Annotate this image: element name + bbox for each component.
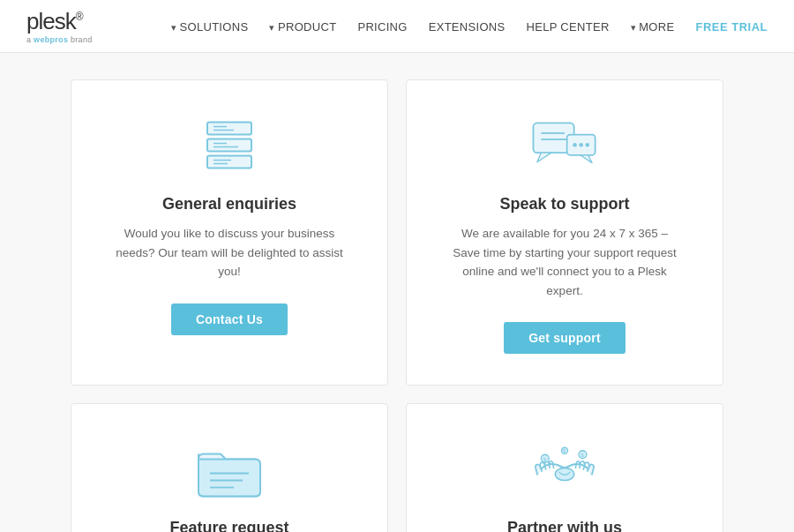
nav-link-help[interactable]: HELP CENTER bbox=[526, 20, 609, 34]
nav-link-pricing[interactable]: PRICING bbox=[357, 20, 407, 34]
svg-marker-10 bbox=[537, 153, 551, 162]
card-feature-request: Feature request Share your ideas on new … bbox=[71, 403, 388, 532]
card-general-enquiries: General enquiries Would you like to disc… bbox=[71, 79, 388, 386]
handshake-icon: $ $ $ bbox=[529, 439, 600, 501]
nav-item-solutions[interactable]: SOLUTIONS bbox=[171, 19, 248, 34]
nav-item-product[interactable]: PRODUCT bbox=[269, 19, 336, 34]
chat-list-icon bbox=[194, 116, 265, 177]
logo-text: plesk® bbox=[26, 8, 93, 35]
svg-point-16 bbox=[586, 143, 589, 146]
nav-item-help[interactable]: HELP CENTER bbox=[526, 19, 609, 34]
speech-bubbles-icon bbox=[529, 116, 600, 177]
svg-point-15 bbox=[579, 143, 582, 146]
card-partner: $ $ $ Partner with us Interested in beco… bbox=[406, 403, 723, 532]
logo-subtitle: a webpros brand bbox=[26, 35, 93, 44]
svg-text:$: $ bbox=[581, 453, 584, 459]
nav-item-more[interactable]: MORE bbox=[631, 19, 675, 34]
svg-text:$: $ bbox=[543, 456, 547, 462]
card-partner-title: Partner with us bbox=[507, 519, 622, 532]
get-support-button[interactable]: Get support bbox=[504, 322, 625, 354]
card-support-desc: We are available for you 24 x 7 x 365 – … bbox=[450, 224, 679, 300]
logo[interactable]: plesk® a webpros brand bbox=[26, 8, 93, 44]
nav-link-more[interactable]: MORE bbox=[631, 20, 675, 34]
cards-grid: General enquiries Would you like to disc… bbox=[71, 79, 723, 532]
nav-item-pricing[interactable]: PRICING bbox=[357, 19, 407, 34]
contact-us-button[interactable]: Contact Us bbox=[171, 303, 288, 335]
svg-marker-17 bbox=[581, 155, 592, 163]
nav-link-solutions[interactable]: SOLUTIONS bbox=[171, 20, 248, 34]
nav-links: SOLUTIONS PRODUCT PRICING EXTENSIONS HEL… bbox=[171, 19, 768, 34]
card-speak-to-support: Speak to support We are available for yo… bbox=[406, 79, 723, 386]
svg-point-14 bbox=[573, 143, 576, 146]
svg-rect-6 bbox=[207, 156, 251, 169]
nav-link-free-trial[interactable]: FREE TRIAL bbox=[695, 20, 768, 34]
svg-text:$: $ bbox=[563, 449, 566, 454]
card-general-enquiries-desc: Would you like to discuss your business … bbox=[115, 224, 344, 281]
nav-item-free-trial[interactable]: FREE TRIAL bbox=[695, 19, 768, 34]
card-general-enquiries-title: General enquiries bbox=[162, 195, 296, 214]
main-content: General enquiries Would you like to disc… bbox=[0, 53, 794, 532]
card-feature-title: Feature request bbox=[169, 519, 288, 532]
svg-rect-3 bbox=[207, 139, 251, 152]
nav-item-extensions[interactable]: EXTENSIONS bbox=[429, 19, 506, 34]
svg-rect-0 bbox=[207, 123, 251, 135]
nav-link-product[interactable]: PRODUCT bbox=[269, 20, 336, 34]
nav-link-extensions[interactable]: EXTENSIONS bbox=[429, 20, 506, 34]
navbar: plesk® a webpros brand SOLUTIONS PRODUCT… bbox=[0, 0, 794, 53]
card-support-title: Speak to support bbox=[499, 195, 629, 214]
folder-icon bbox=[194, 439, 265, 501]
